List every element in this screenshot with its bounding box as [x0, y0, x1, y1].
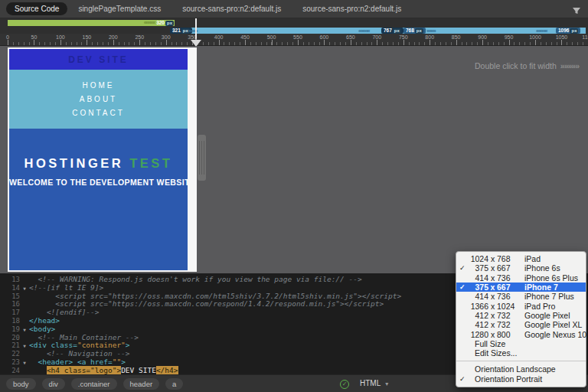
fit-width-hint-label: Double click to fit width	[475, 61, 557, 70]
preview-site-header: DEV SITE	[9, 49, 188, 70]
line-number: 24	[0, 367, 20, 374]
fold-arrow-icon[interactable]: ▼	[20, 325, 29, 334]
nav-link-home[interactable]: HOME	[83, 81, 115, 90]
tag-selector-header[interactable]: header	[123, 378, 160, 390]
hero-subtitle: WELCOME TO THE DEVELOPMENT WEBSITE	[9, 178, 188, 187]
code-token: <!-- WARNING: Respond.js doesn't work if…	[29, 275, 362, 283]
filter-icon[interactable]	[572, 5, 581, 18]
menu-item-width: 375	[468, 263, 488, 273]
menu-item-width: 412	[468, 311, 488, 320]
line-number: 13	[0, 276, 20, 284]
tab-source-code[interactable]: Source Code	[6, 2, 67, 15]
menu-item-height: 1024	[497, 302, 518, 311]
ruler-major-tick	[60, 40, 61, 45]
chevron-left-icon: «««««	[144, 20, 155, 26]
fold-arrow-icon[interactable]: ▼	[20, 341, 29, 350]
breakpoint-label: 767	[384, 28, 392, 34]
site-logo: DEV SITE	[68, 54, 129, 65]
viewport-scrubber-handle[interactable]	[191, 40, 201, 47]
ruler-major-tick	[377, 40, 377, 45]
ruler-major-tick	[34, 40, 34, 45]
fold-gutter	[20, 300, 29, 309]
size-menu-item[interactable]: ✓375x667iPhone 6s	[456, 263, 586, 273]
tag-selector-a[interactable]: a	[165, 378, 183, 390]
size-menu-item[interactable]: ✓375x667iPhone 7	[456, 283, 586, 292]
ruler-tick-label: 800	[425, 34, 434, 40]
tab-related-file[interactable]: singlePageTemplate.css	[67, 5, 172, 13]
code-token: >	[121, 358, 126, 366]
fold-arrow-icon[interactable]: ▼	[20, 284, 29, 292]
code-text: <h4 class="logo">DEV SITE</h4>	[29, 367, 178, 374]
preview-site: DEV SITE HOMEABOUTCONTACT HOSTINGER TEST…	[9, 49, 188, 270]
nav-link-about[interactable]: ABOUT	[80, 95, 117, 103]
breakpoint-badge-767[interactable]: 767 px	[381, 28, 403, 34]
size-menu-item[interactable]: 1280x800Google Nexus 10	[456, 329, 586, 338]
size-menu-item[interactable]: 412x732Google Pixel	[456, 311, 586, 320]
doc-type-select[interactable]: HTML▾	[360, 379, 388, 387]
line-number: 20	[0, 334, 20, 342]
size-menu-item[interactable]: Full Size	[456, 339, 586, 348]
nav-link-contact[interactable]: CONTACT	[72, 109, 125, 117]
tag-selector-div[interactable]: div	[42, 378, 65, 390]
menu-item-width: 414	[468, 292, 488, 301]
tag-selector-container[interactable]: .container	[71, 378, 117, 390]
ruler: 0501001502002503003504004505005506006507…	[0, 34, 588, 46]
size-menu-item[interactable]: 1366x1024iPad Pro	[456, 301, 586, 310]
px-unit-chip: px	[415, 28, 423, 34]
fold-arrow-icon[interactable]: ▼	[20, 358, 29, 367]
code-token: "container"	[77, 341, 126, 349]
tab-strip: Source CodesinglePageTemplate.csssource-…	[0, 2, 412, 15]
ruler-major-tick	[430, 40, 430, 45]
media-query-bars: ««««« 320 px 321 px »»»» ««««« 767 px 76…	[0, 18, 588, 34]
media-query-bar-320[interactable]: ««««« 320 px	[8, 20, 175, 26]
ruler-major-tick	[139, 40, 140, 45]
ruler-major-tick	[166, 40, 167, 45]
code-token: ""	[113, 358, 121, 366]
ruler-tick-label: 100	[56, 34, 65, 40]
ruler-major-tick	[272, 40, 273, 45]
fit-width-hint: Double click to fit width»»»»»	[475, 61, 579, 70]
menu-item-name: Google Pixel XL	[524, 320, 582, 329]
menu-item-name: Google Pixel	[524, 311, 570, 320]
tag-selector-body[interactable]: body	[6, 378, 36, 390]
size-menu-item[interactable]: ✓Orientation Portrait	[456, 374, 586, 384]
tab-related-file[interactable]: source-sans-pro:n2:default.js	[292, 5, 412, 13]
code-token: <h4 class="logo">	[47, 366, 121, 374]
ruler-tick-label: 900	[478, 34, 487, 40]
hero-title-primary: HOSTINGER	[24, 156, 124, 170]
ruler-major-tick	[245, 40, 246, 45]
ruler-major-tick	[403, 40, 404, 45]
menu-item-name: iPhone 6s Plus	[524, 273, 578, 283]
menu-separator	[456, 361, 586, 361]
viewport-resize-handle[interactable]	[198, 135, 206, 181]
ruler-major-tick	[324, 40, 325, 45]
breakpoint-badge-1096[interactable]: 1096 px	[556, 28, 580, 34]
line-number: 22	[0, 350, 20, 358]
ruler-tick-label: 950	[505, 34, 514, 40]
code-token: <header> <a href=	[29, 358, 113, 366]
menu-item-x: x	[488, 311, 497, 320]
chevron-right-icon: »»»»»	[560, 61, 579, 70]
ruler-tick-label: 600	[320, 34, 329, 40]
size-menu-item[interactable]: 412x732Google Pixel XL	[456, 320, 586, 329]
size-menu-item[interactable]: 414x736iPhone 6s Plus	[456, 273, 586, 283]
validation-check-icon[interactable]: ✓	[340, 380, 349, 389]
code-token: <!--[if lt IE 9]>	[29, 283, 103, 292]
fold-gutter	[20, 334, 29, 342]
breakpoint-badge-768[interactable]: 768 px	[403, 28, 426, 34]
menu-item-name: iPad	[524, 254, 541, 263]
line-number: 23	[0, 358, 20, 367]
breakpoint-label: 321	[172, 28, 181, 34]
code-token: <div class=	[29, 341, 77, 349]
ruler-tick-label: 1050	[556, 34, 568, 40]
size-menu-item[interactable]: 1024x768iPad	[456, 254, 586, 263]
size-menu-item[interactable]: Orientation Landscape	[456, 364, 586, 374]
live-view-workspace[interactable]: DEV SITE HOMEABOUTCONTACT HOSTINGER TEST…	[0, 46, 588, 273]
size-menu-item[interactable]: 414x736iPhone 7 Plus	[456, 292, 586, 301]
ruler-tick-label: 500	[267, 34, 276, 40]
menu-item-height: 667	[497, 283, 518, 292]
menu-item-x: x	[488, 283, 497, 292]
code-token: >	[126, 341, 130, 349]
tab-related-file[interactable]: source-sans-pro:n2:default.js	[172, 5, 292, 13]
size-menu-item[interactable]: Edit Sizes...	[456, 348, 586, 358]
